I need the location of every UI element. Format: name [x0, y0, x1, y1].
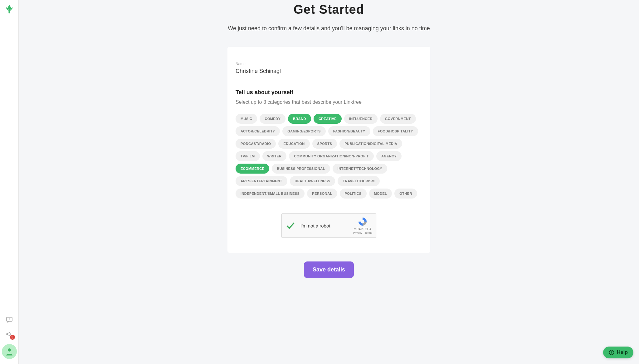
category-pill[interactable]: ECOMMERCE: [236, 164, 269, 174]
category-pill[interactable]: OTHER: [394, 189, 417, 199]
recaptcha-brand: reCAPTCHA Privacy - Terms: [353, 217, 372, 235]
recaptcha-logo-icon: [358, 217, 368, 227]
category-pill[interactable]: COMMUNITY ORGANIZATION/NON-PROFIT: [289, 151, 374, 161]
svg-point-2: [8, 348, 11, 352]
category-pill[interactable]: BRAND: [288, 114, 311, 124]
category-pill[interactable]: EDUCATION: [278, 139, 310, 149]
name-field-wrapper: Name: [236, 62, 422, 77]
category-pill[interactable]: POLITICS: [340, 189, 367, 199]
svg-text:?: ?: [8, 318, 10, 321]
help-circle-icon: [609, 350, 614, 355]
category-pill[interactable]: TV/FILM: [236, 151, 260, 161]
category-pill[interactable]: MUSIC: [236, 114, 257, 124]
category-pill[interactable]: MODEL: [369, 189, 392, 199]
category-pills: MUSICCOMEDYBRANDCREATIVEINFLUENCERGOVERN…: [236, 114, 422, 199]
category-pill[interactable]: TRAVEL/TOURISM: [338, 176, 379, 186]
category-pill[interactable]: ARTS/ENTERTAINMENT: [236, 176, 287, 186]
recaptcha-label: I'm not a robot: [300, 223, 353, 228]
category-pill[interactable]: HEALTH/WELLNESS: [290, 176, 335, 186]
about-subtitle: Select up to 3 categories that best desc…: [236, 99, 422, 105]
save-details-button[interactable]: Save details: [304, 261, 354, 278]
recaptcha-checkmark-icon: [285, 221, 295, 231]
page-subtitle: We just need to confirm a few details an…: [228, 25, 430, 32]
help-button[interactable]: Help: [603, 347, 633, 358]
category-pill[interactable]: PERSONAL: [307, 189, 337, 199]
category-pill[interactable]: CREATIVE: [314, 114, 342, 124]
svg-point-4: [612, 353, 612, 354]
help-button-label: Help: [617, 350, 628, 355]
name-input[interactable]: [236, 66, 422, 77]
help-chat-icon[interactable]: ?: [5, 315, 14, 324]
category-pill[interactable]: INDEPENDENT/SMALL BUSINESS: [236, 189, 305, 199]
sidebar: ? 3: [0, 0, 19, 364]
category-pill[interactable]: FOOD/HOSPITALITY: [373, 126, 418, 136]
page-title: Get Started: [294, 2, 364, 17]
category-pill[interactable]: PODCAST/RADIO: [236, 139, 276, 149]
category-pill[interactable]: WRITER: [262, 151, 287, 161]
category-pill[interactable]: GOVERNMENT: [380, 114, 416, 124]
category-pill[interactable]: INTERNET/TECHNOLOGY: [333, 164, 387, 174]
category-pill[interactable]: BUSINESS PROFESSIONAL: [272, 164, 330, 174]
notification-badge: 3: [10, 335, 15, 340]
category-pill[interactable]: FASHION/BEAUTY: [328, 126, 370, 136]
name-label: Name: [236, 62, 422, 66]
category-pill[interactable]: INFLUENCER: [344, 114, 378, 124]
category-pill[interactable]: SPORTS: [312, 139, 337, 149]
linktree-logo-icon[interactable]: [5, 9, 14, 15]
recaptcha-widget[interactable]: I'm not a robot reCAPTCHA Privacy - Term…: [281, 213, 376, 238]
onboarding-card: Name Tell us about yourself Select up to…: [227, 47, 430, 253]
category-pill[interactable]: AGENCY: [376, 151, 402, 161]
category-pill[interactable]: COMEDY: [260, 114, 285, 124]
category-pill[interactable]: PUBLICATION/DIGITAL MEDIA: [339, 139, 402, 149]
category-pill[interactable]: ACTOR/CELEBRITY: [236, 126, 280, 136]
announcements-icon[interactable]: 3: [5, 330, 14, 338]
about-title: Tell us about yourself: [236, 89, 422, 96]
category-pill[interactable]: GAMING/ESPORTS: [282, 126, 325, 136]
main-content: Get Started We just need to confirm a fe…: [19, 0, 639, 364]
avatar[interactable]: [2, 344, 17, 359]
